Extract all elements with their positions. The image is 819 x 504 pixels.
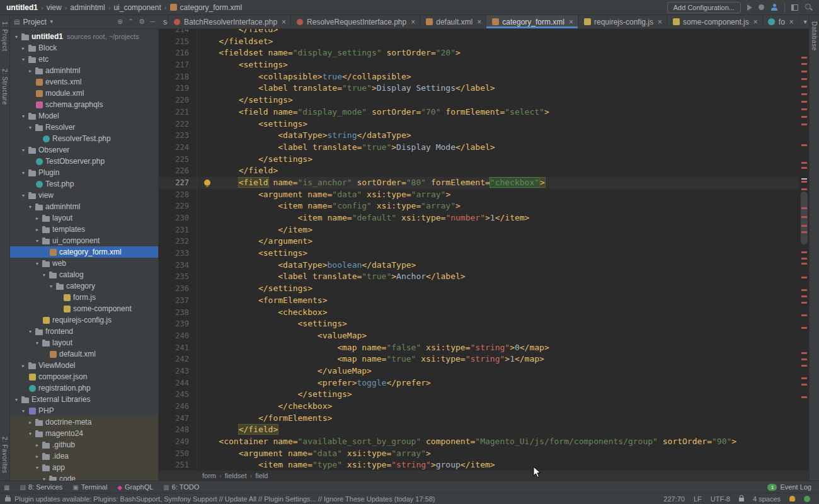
tab-close-icon[interactable]: × — [789, 18, 794, 26]
locate-file-icon[interactable]: ⊕ — [117, 18, 123, 26]
code-line-244[interactable]: 244 <prefer>toggle</prefer> — [159, 377, 809, 389]
tool-button-8-services[interactable]: ▤8: Services — [20, 483, 62, 491]
line-number[interactable]: 225 — [159, 154, 197, 166]
line-number[interactable]: 219 — [159, 83, 197, 94]
search-everywhere-icon[interactable] — [805, 3, 813, 11]
code-line-247[interactable]: 247 </formElements> — [159, 413, 809, 425]
line-number[interactable]: 243 — [159, 365, 197, 377]
tree-item-observer[interactable]: ▾Observer — [10, 144, 158, 156]
editor-tab-requirejs-config-js[interactable]: requirejs-config.js× — [578, 15, 667, 28]
tree-item-some-component[interactable]: some-component — [10, 303, 158, 314]
debug-icon[interactable] — [759, 4, 764, 10]
tree-item-resolvertest-php[interactable]: ResolverTest.php — [10, 133, 158, 144]
line-number[interactable]: 228 — [159, 189, 197, 201]
line-number[interactable]: 220 — [159, 94, 197, 106]
code-text[interactable]: <item name="type" xsi:type="string">grou… — [197, 459, 495, 470]
tree-item-etc[interactable]: ▾etc — [10, 54, 158, 65]
code-text[interactable]: <field name="is_anchor" sortOrder="80" f… — [197, 177, 545, 189]
tree-item-view[interactable]: ▾view — [10, 190, 158, 201]
error-mark[interactable] — [801, 225, 807, 227]
scrollbar-thumb[interactable] — [801, 192, 808, 244]
error-mark[interactable] — [801, 365, 807, 367]
code-text[interactable]: </settings> — [197, 389, 352, 401]
error-mark[interactable] — [801, 116, 807, 118]
editor-tab-fo[interactable]: fo× — [763, 15, 799, 28]
tree-toggle-arrow[interactable]: ▸ — [20, 363, 27, 369]
error-mark[interactable] — [801, 251, 807, 253]
code-line-222[interactable]: 222 <settings> — [159, 118, 809, 130]
tree-item-module-xml[interactable]: module.xml — [10, 88, 158, 99]
code-text[interactable]: <item name="default" xsi:type="number">1… — [197, 212, 529, 224]
line-number[interactable]: 216 — [159, 47, 197, 59]
line-number[interactable]: 239 — [159, 318, 197, 330]
line-number[interactable]: 242 — [159, 353, 197, 365]
event-log-button[interactable]: 1 Event Log — [767, 483, 811, 491]
code-text[interactable]: <settings> — [197, 318, 347, 330]
code-text[interactable]: </settings> — [197, 154, 312, 166]
editor-breadcrumb-form[interactable]: form — [202, 472, 216, 479]
tree-item-default-xml[interactable]: default.xml — [10, 348, 158, 360]
tree-toggle-arrow[interactable]: ▾ — [40, 272, 48, 278]
code-text[interactable]: <map name="false" xsi:type="string">0</m… — [197, 342, 549, 354]
tree-toggle-arrow[interactable]: ▸ — [33, 454, 41, 459]
code-line-251[interactable]: 251 <item name="type" xsi:type="string">… — [159, 459, 809, 470]
code-text[interactable]: <map name="true" xsi:type="string">1</ma… — [197, 353, 544, 365]
tree-item-code[interactable]: ▾code — [10, 473, 158, 481]
line-number[interactable]: 247 — [159, 413, 197, 425]
tree-item-form-js[interactable]: form.js — [10, 292, 158, 303]
code-editor[interactable]: 214 </field>215 </fieldset>216 <fieldset… — [159, 29, 809, 470]
line-number[interactable]: 236 — [159, 283, 197, 295]
tree-toggle-arrow[interactable]: ▾ — [33, 261, 41, 266]
error-mark[interactable] — [801, 358, 807, 360]
line-number[interactable]: 226 — [159, 165, 197, 177]
line-number[interactable]: 222 — [159, 118, 197, 130]
code-line-249[interactable]: 249 <container name="available_sort_by_g… — [159, 436, 809, 448]
code-text[interactable]: </field> — [197, 424, 278, 436]
tab-close-icon[interactable]: × — [569, 18, 573, 26]
code-line-225[interactable]: 225 </settings> — [159, 154, 809, 166]
line-number[interactable]: 244 — [159, 377, 197, 389]
editor-breadcrumb-fieldset[interactable]: fieldset — [225, 472, 247, 479]
health-indicator[interactable] — [804, 496, 810, 502]
error-mark[interactable] — [801, 63, 807, 65]
tree-item-php[interactable]: ▾PHP — [10, 405, 158, 416]
line-number[interactable]: 251 — [159, 459, 197, 470]
tree-item-requirejs-config-js[interactable]: requirejs-config.js — [10, 314, 158, 326]
tree-toggle-arrow[interactable]: ▸ — [33, 227, 41, 232]
code-text[interactable]: <dataType>boolean</dataType> — [197, 260, 416, 272]
code-line-236[interactable]: 236 </settings> — [159, 283, 809, 295]
error-mark[interactable] — [801, 123, 807, 125]
tree-item-frontend[interactable]: ▾frontend — [10, 326, 158, 337]
file-encoding[interactable]: UTF-8 — [711, 495, 730, 503]
tree-item-adminhtml[interactable]: ▾adminhtml — [10, 201, 158, 212]
tree-item-magento24[interactable]: ▾magento24 — [10, 428, 158, 439]
readonly-lock-icon[interactable] — [739, 498, 744, 501]
line-number[interactable]: 241 — [159, 342, 197, 354]
tree-item-github[interactable]: ▸.github — [10, 439, 158, 450]
code-line-234[interactable]: 234 <dataType>boolean</dataType> — [159, 260, 809, 272]
line-number[interactable]: 235 — [159, 271, 197, 283]
code-line-248[interactable]: 248 </field> — [159, 424, 809, 436]
code-line-228[interactable]: 228 <argument name="data" xsi:type="arra… — [159, 189, 809, 201]
error-mark[interactable] — [801, 263, 807, 265]
code-text[interactable]: <label translate="true">Anchor</label> — [197, 271, 466, 283]
error-mark[interactable] — [801, 167, 807, 169]
window-layout-icon[interactable] — [791, 4, 798, 11]
project-view-selector[interactable]: Project — [23, 18, 46, 26]
error-mark[interactable] — [801, 384, 807, 386]
collapse-all-icon[interactable]: ⌃ — [128, 18, 134, 26]
tree-toggle-arrow[interactable]: ▸ — [20, 45, 27, 51]
error-mark[interactable] — [801, 289, 807, 291]
error-mark[interactable] — [801, 78, 807, 80]
code-text[interactable]: </item> — [197, 224, 312, 236]
error-mark[interactable] — [801, 188, 807, 190]
code-text[interactable]: <dataType>string</dataType> — [197, 130, 411, 142]
breadcrumb-item-ui-component[interactable]: ui_component — [113, 3, 161, 12]
tree-toggle-arrow[interactable]: ▾ — [20, 170, 27, 176]
tool-button-database[interactable]: Database — [811, 21, 818, 51]
code-text[interactable]: <settings> — [197, 118, 307, 130]
code-text[interactable]: </argument> — [197, 236, 312, 248]
line-number[interactable]: 232 — [159, 236, 197, 248]
error-mark[interactable] — [801, 216, 807, 218]
code-line-246[interactable]: 246 </checkbox> — [159, 401, 809, 413]
